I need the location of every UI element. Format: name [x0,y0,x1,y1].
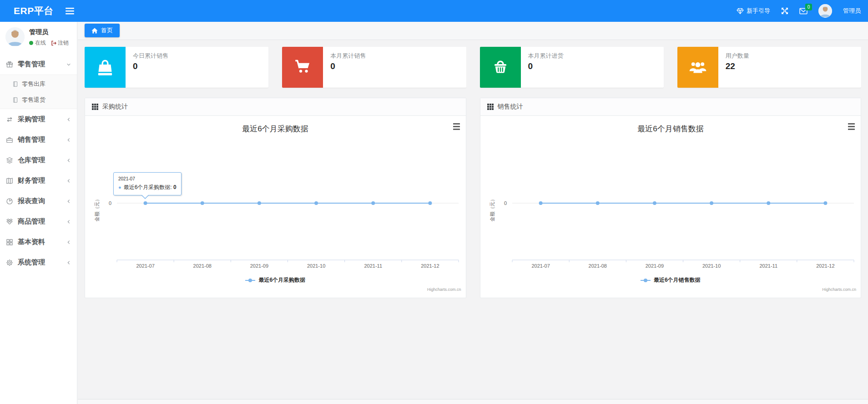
chart-legend[interactable]: 最近6个月采购数据 [85,276,466,284]
sidebar-item-retail-return[interactable]: 零售退货 [0,92,77,108]
sidebar-item-label: 基本资料 [18,238,45,246]
sidebar-item-label: 仓库管理 [18,156,45,165]
sidebar-item-retail-outbound[interactable]: 零售出库 [0,76,77,92]
stat-card-user-count: 用户数量 22 [677,47,861,88]
chart-legend[interactable]: 最近6个月销售数据 [480,276,861,284]
gem-icon [737,8,744,15]
panel-title: 销售统计 [498,103,523,111]
svg-text:2021-12: 2021-12 [421,263,439,269]
sidebar-item-label: 零售管理 [18,60,45,69]
online-status-dot [29,41,33,45]
sidebar-item-label: 财务管理 [18,176,45,185]
briefcase-icon [6,136,13,144]
tooltip-value: 0 [173,184,177,190]
stat-card-month-sales: 本月累计销售 0 [282,47,466,88]
pie-chart-icon [6,198,13,205]
retail-submenu: 零售出库 零售退货 [0,75,77,109]
sidebar-item-system[interactable]: 系统管理 [0,252,77,273]
hamburger-icon [66,8,74,15]
stat-card-today-sales: 今日累计销售 0 [85,47,268,88]
chevron-left-icon [66,117,71,122]
top-navbar: ERP平台 新手引导 0 [0,0,868,22]
stat-card-month-purchase: 本月累计进货 0 [480,47,664,88]
expand-arrows-icon [781,7,788,15]
chevron-down-icon [66,62,71,67]
tab-bar: 首页 [78,22,868,40]
avatar-image [818,4,832,18]
journal-icon [12,81,18,87]
svg-text:2021-07: 2021-07 [136,263,154,269]
basket-icon [491,58,510,77]
sidebar-item-label: 报表查询 [18,197,45,205]
sidebar-item-reports[interactable]: 报表查询 [0,191,77,211]
svg-text:2021-10: 2021-10 [307,263,325,269]
sidebar-item-purchase[interactable]: 采购管理 [0,109,77,130]
sidebar-item-retail[interactable]: 零售管理 [0,54,77,75]
guide-button[interactable]: 新手引导 [737,7,770,15]
tab-home[interactable]: 首页 [85,24,120,37]
stat-label: 本月累计进货 [528,52,564,60]
logout-label: 注销 [58,39,69,47]
sidebar-item-label: 商品管理 [18,217,45,226]
chart-context-menu-button[interactable] [848,123,855,131]
sidebar-item-finance[interactable]: 财务管理 [0,170,77,191]
gift-icon [6,61,13,68]
messages-button[interactable]: 0 [799,8,807,15]
sidebar-toggle-button[interactable] [66,8,74,15]
book-icon [6,177,13,185]
highcharts-credit-link[interactable]: Highcharts.com.cn [427,287,461,292]
svg-text:2021-08: 2021-08 [588,263,606,269]
sidebar-item-basic-data[interactable]: 基本资料 [0,232,77,252]
shopping-bag-icon [96,58,115,77]
chart-panels-row: 采购统计 最近6个月采购数据金额（元）02021-072021-082021-0… [85,98,861,298]
grid-icon [6,239,13,246]
online-status-label: 在线 [35,39,46,47]
tooltip-series-label: 最近6个月采购数据: [124,184,172,190]
stat-value: 22 [726,61,749,71]
fullscreen-button[interactable] [781,7,788,15]
dashboard-content: 今日累计销售 0 本月累计销售 0 [78,40,868,399]
cart-icon [293,58,312,77]
svg-text:最近6个月销售数据: 最近6个月销售数据 [637,125,703,133]
sidebar-item-warehouse[interactable]: 仓库管理 [0,150,77,170]
app-logo: ERP平台 [0,5,54,17]
svg-text:金额（元）: 金额（元） [490,197,495,222]
chevron-left-icon [66,199,71,204]
purchase-chart: 最近6个月采购数据金额（元）02021-072021-082021-092021… [85,116,466,298]
avatar-image [5,27,25,46]
svg-text:2021-09: 2021-09 [645,263,663,269]
sales-chart: 最近6个月销售数据金额（元）02021-072021-082021-092021… [480,116,861,298]
stat-cards-row: 今日累计销售 0 本月累计销售 0 [85,47,861,88]
username-menu[interactable]: 管理员 [843,7,861,15]
sidebar-menu: 零售管理 零售出库 零售退货 采购管理 [0,54,77,273]
chart-tooltip: 2021-07 ●最近6个月采购数据: 0 [113,172,182,195]
chevron-left-icon [66,179,71,183]
svg-text:0: 0 [504,200,506,206]
profile-avatar[interactable] [5,27,25,46]
user-avatar[interactable] [818,4,832,18]
highcharts-credit-link[interactable]: Highcharts.com.cn [822,287,856,292]
series-marker-dot: ● [118,185,121,190]
sidebar-item-sales[interactable]: 销售管理 [0,130,77,150]
chevron-left-icon [66,260,71,265]
chevron-left-icon [66,158,71,163]
sidebar-item-goods[interactable]: 商品管理 [0,211,77,232]
panel-title: 采购统计 [102,103,128,111]
logout-button[interactable]: 注销 [51,39,69,47]
profile-name: 管理员 [29,28,69,36]
sales-stats-panel: 销售统计 最近6个月销售数据金额（元）02021-072021-082021-0… [480,98,862,298]
svg-text:2021-09: 2021-09 [250,263,268,269]
th-grid-icon [92,104,98,110]
main-area: 首页 今日累计销售 0 [78,22,868,404]
stat-value: 0 [330,61,366,71]
svg-text:最近6个月采购数据: 最近6个月采购数据 [242,125,308,133]
sidebar-item-label: 采购管理 [18,115,45,124]
purchase-stats-panel: 采购统计 最近6个月采购数据金额（元）02021-072021-082021-0… [85,98,466,298]
svg-text:2021-11: 2021-11 [364,263,382,269]
svg-text:2021-11: 2021-11 [759,263,777,269]
svg-text:2021-10: 2021-10 [702,263,720,269]
dropbox-icon [6,218,13,225]
tooltip-category: 2021-07 [118,176,177,181]
chart-context-menu-button[interactable] [453,123,460,131]
exchange-icon [6,116,13,123]
